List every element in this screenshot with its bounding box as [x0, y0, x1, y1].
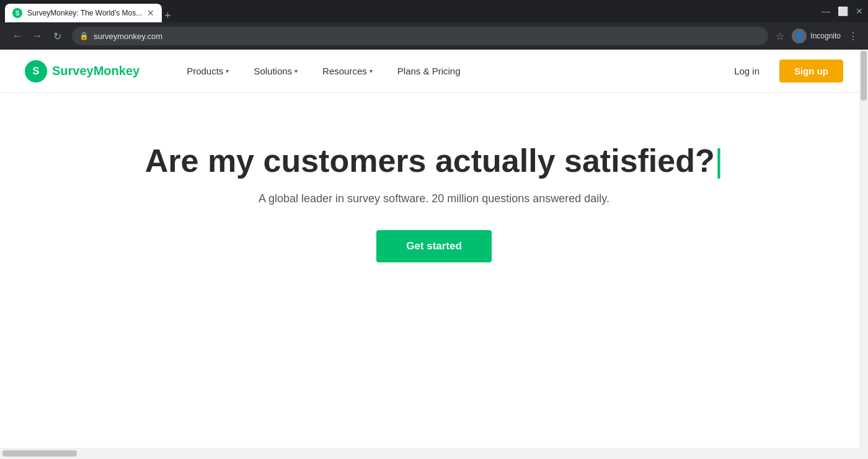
bottom-scrollbar-thumb[interactable]: [2, 450, 77, 457]
address-bar: ← → ↻ 🔒 surveymonkey.com ☆ 👤 Incognito ⋮: [0, 22, 868, 50]
nav-item-products[interactable]: Products ▾: [177, 61, 239, 81]
products-chevron-icon: ▾: [226, 68, 229, 74]
nav-item-resources[interactable]: Resources ▾: [312, 61, 383, 81]
scrollbar-track[interactable]: [859, 50, 868, 448]
site-nav: S SurveyMonkey Products ▾ Solutions ▾ Re…: [0, 50, 868, 93]
hero-title: Are my customers actually satisfied?|: [145, 143, 724, 180]
hero-title-text: Are my customers actually satisfied?: [145, 143, 715, 179]
hero-cursor: |: [715, 143, 724, 179]
forward-button[interactable]: →: [30, 29, 45, 43]
get-started-button[interactable]: Get started: [376, 230, 492, 262]
window-controls: — ⬜ ✕: [822, 6, 863, 16]
address-field[interactable]: 🔒 surveymonkey.com: [72, 27, 768, 45]
logo-text: SurveyMonkey: [52, 64, 140, 78]
tab-bar: S SurveyMonkey: The World's Mos... ✕ +: [5, 0, 817, 22]
nav-item-pricing[interactable]: Plans & Pricing: [388, 61, 471, 81]
minimize-icon[interactable]: —: [822, 6, 830, 16]
svg-text:S: S: [33, 65, 40, 76]
scrollbar-thumb[interactable]: [861, 51, 867, 100]
nav-solutions-label: Solutions: [254, 66, 292, 76]
website-content: S SurveyMonkey Products ▾ Solutions ▾ Re…: [0, 50, 868, 448]
nav-products-label: Products: [187, 66, 223, 76]
nav-resources-label: Resources: [322, 66, 367, 76]
login-button[interactable]: Log in: [724, 61, 769, 81]
nav-item-solutions[interactable]: Solutions ▾: [244, 61, 308, 81]
tab-favicon: S: [12, 8, 22, 18]
reload-button[interactable]: ↻: [50, 29, 64, 43]
maximize-icon[interactable]: ⬜: [838, 6, 848, 16]
incognito-button[interactable]: 👤 Incognito: [792, 29, 841, 43]
incognito-label: Incognito: [810, 32, 841, 40]
logo-area[interactable]: S SurveyMonkey: [25, 60, 140, 82]
nav-buttons: ← → ↻: [10, 29, 64, 43]
back-button[interactable]: ←: [10, 29, 25, 43]
active-tab[interactable]: S SurveyMonkey: The World's Mos... ✕: [5, 4, 162, 22]
hero-subtitle: A global leader in survey software. 20 m…: [259, 192, 609, 205]
solutions-chevron-icon: ▾: [294, 68, 298, 74]
close-tab-icon[interactable]: ✕: [147, 8, 154, 18]
tab-title: SurveyMonkey: The World's Mos...: [27, 9, 142, 17]
nav-actions: Log in Sign up: [724, 60, 843, 82]
incognito-profile-icon: 👤: [792, 29, 807, 43]
star-icon[interactable]: ☆: [776, 30, 784, 42]
address-text: surveymonkey.com: [94, 32, 162, 41]
hero-section: Are my customers actually satisfied?| A …: [0, 93, 868, 300]
resources-chevron-icon: ▾: [370, 68, 373, 74]
nav-pricing-label: Plans & Pricing: [397, 66, 461, 76]
logo-icon: S: [25, 60, 47, 82]
browser-chrome: S SurveyMonkey: The World's Mos... ✕ + —…: [0, 0, 868, 22]
lock-icon: 🔒: [79, 32, 89, 40]
signup-button[interactable]: Sign up: [779, 60, 843, 82]
toolbar-right: ☆ 👤 Incognito ⋮: [776, 29, 858, 43]
menu-icon[interactable]: ⋮: [848, 30, 858, 42]
new-tab-button[interactable]: +: [162, 9, 174, 22]
close-icon[interactable]: ✕: [856, 6, 863, 16]
nav-items: Products ▾ Solutions ▾ Resources ▾ Plans…: [177, 61, 724, 81]
bottom-scrollbar[interactable]: [0, 448, 868, 459]
